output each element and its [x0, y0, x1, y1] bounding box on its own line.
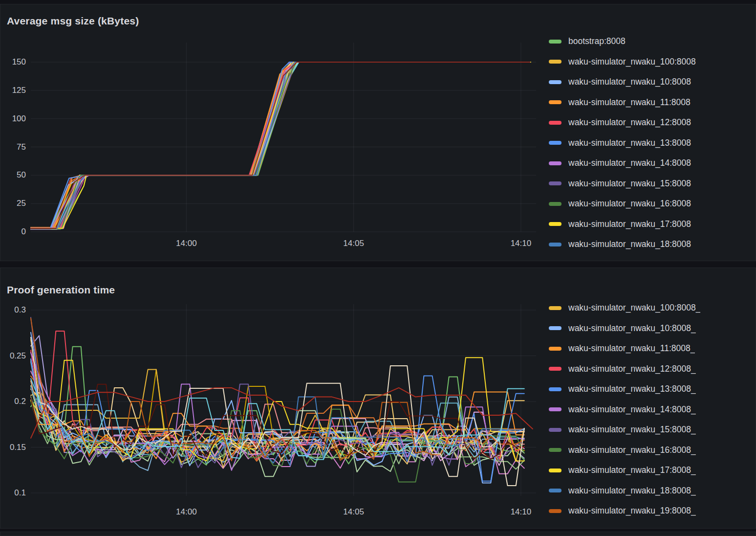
- legend-swatch-icon: [549, 161, 562, 165]
- y-tick-label: 0.1: [0, 488, 26, 498]
- y-tick-label: 100: [0, 114, 26, 124]
- legend-item-label: waku-simulator_nwaku_13:8008_: [568, 384, 696, 394]
- legend-swatch-icon: [549, 243, 562, 246]
- legend-swatch-icon: [549, 80, 562, 84]
- legend-item[interactable]: waku-simulator_nwaku_18:8008_: [549, 481, 754, 501]
- legend-item-label: waku-simulator_nwaku_10:8008: [568, 77, 691, 87]
- legend-item[interactable]: waku-simulator_nwaku_18:8008: [549, 234, 754, 255]
- legend-swatch-icon: [549, 469, 562, 472]
- legend-item[interactable]: waku-simulator_nwaku_10:8008_: [549, 318, 754, 339]
- legend-item[interactable]: waku-simulator_nwaku_11:8008_: [549, 338, 754, 359]
- legend-swatch-icon: [549, 489, 562, 492]
- legend-item-label: waku-simulator_nwaku_12:8008: [568, 117, 691, 128]
- legend-item-label: waku-simulator_nwaku_18:8008_: [568, 486, 696, 496]
- legend-item-label: waku-simulator_nwaku_13:8008: [568, 138, 691, 148]
- y-tick-label: 0.3: [0, 305, 26, 315]
- legend-item-label: waku-simulator_nwaku_16:8008_: [568, 445, 696, 455]
- y-tick-label: 75: [0, 142, 26, 152]
- legend-item-label: waku-simulator_nwaku_100:8008: [568, 57, 696, 67]
- legend-proof-generation-time: waku-simulator_nwaku_100:8008_waku-simul…: [549, 298, 754, 521]
- legend-item[interactable]: waku-simulator_nwaku_12:8008_: [549, 359, 754, 380]
- next-panel-top-edge: [0, 532, 756, 536]
- legend-avg-msg-size: bootstrap:8008waku-simulator_nwaku_100:8…: [549, 31, 754, 255]
- legend-swatch-icon: [549, 202, 562, 206]
- legend-item[interactable]: bootstrap:8008: [549, 31, 754, 52]
- panel-proof-generation-time: Proof generation time waku-simulator_nwa…: [0, 268, 756, 529]
- legend-item[interactable]: waku-simulator_nwaku_100:8008: [549, 52, 754, 72]
- y-tick-label: 0.15: [0, 443, 26, 452]
- legend-swatch-icon: [549, 428, 562, 432]
- y-tick-label: 50: [0, 170, 26, 180]
- legend-item-label: waku-simulator_nwaku_100:8008_: [568, 303, 700, 313]
- legend-item[interactable]: waku-simulator_nwaku_10:8008: [549, 72, 754, 92]
- legend-swatch-icon: [549, 181, 562, 185]
- y-tick-label: 0.2: [0, 397, 26, 406]
- legend-item[interactable]: waku-simulator_nwaku_14:8008: [549, 153, 754, 174]
- y-tick-label: 25: [0, 199, 26, 208]
- legend-swatch-icon: [549, 387, 562, 391]
- legend-item-label: waku-simulator_nwaku_11:8008_: [568, 343, 695, 354]
- legend-item[interactable]: waku-simulator_nwaku_17:8008_: [549, 460, 754, 481]
- legend-item-label: waku-simulator_nwaku_15:8008: [568, 179, 691, 189]
- legend-item[interactable]: waku-simulator_nwaku_11:8008: [549, 92, 754, 113]
- x-tick-label: 14:10: [499, 507, 543, 517]
- x-tick-label: 14:00: [164, 239, 208, 248]
- legend-swatch-icon: [549, 448, 562, 452]
- x-tick-label: 14:05: [332, 507, 376, 517]
- legend-item-label: waku-simulator_nwaku_16:8008: [568, 199, 691, 209]
- panel-avg-msg-size: Average msg size (kBytes) bootstrap:8008…: [0, 4, 756, 261]
- y-tick-label: 0: [0, 227, 26, 237]
- legend-swatch-icon: [549, 407, 562, 411]
- legend-item-label: waku-simulator_nwaku_19:8008_: [568, 506, 696, 516]
- legend-swatch-icon: [549, 121, 562, 125]
- legend-item-label: bootstrap:8008: [568, 36, 626, 46]
- legend-item[interactable]: waku-simulator_nwaku_16:8008_: [549, 440, 754, 461]
- y-tick-label: 0.25: [0, 351, 26, 361]
- legend-item[interactable]: waku-simulator_nwaku_100:8008_: [549, 298, 754, 318]
- legend-swatch-icon: [549, 100, 562, 104]
- legend-item-label: waku-simulator_nwaku_10:8008_: [568, 323, 696, 334]
- legend-swatch-icon: [549, 222, 562, 226]
- legend-swatch-icon: [549, 40, 562, 44]
- legend-item-label: waku-simulator_nwaku_15:8008_: [568, 424, 696, 435]
- legend-item-label: waku-simulator_nwaku_17:8008: [568, 219, 691, 229]
- legend-item-label: waku-simulator_nwaku_14:8008: [568, 158, 691, 168]
- series-line[interactable]: [31, 337, 524, 486]
- legend-item[interactable]: waku-simulator_nwaku_13:8008_: [549, 379, 754, 400]
- legend-item[interactable]: waku-simulator_nwaku_15:8008_: [549, 420, 754, 440]
- legend-item-label: waku-simulator_nwaku_17:8008_: [568, 465, 696, 475]
- legend-item-label: waku-simulator_nwaku_18:8008: [568, 239, 691, 249]
- legend-item[interactable]: waku-simulator_nwaku_19:8008_: [549, 501, 754, 521]
- y-tick-label: 125: [0, 86, 26, 95]
- legend-item[interactable]: waku-simulator_nwaku_13:8008: [549, 133, 754, 154]
- legend-swatch-icon: [549, 60, 562, 64]
- legend-item[interactable]: waku-simulator_nwaku_17:8008: [549, 214, 754, 235]
- legend-swatch-icon: [549, 509, 562, 513]
- legend-swatch-icon: [549, 367, 562, 371]
- legend-item-label: waku-simulator_nwaku_11:8008: [568, 97, 691, 108]
- legend-item[interactable]: waku-simulator_nwaku_12:8008: [549, 112, 754, 133]
- y-tick-label: 150: [0, 57, 26, 67]
- legend-item[interactable]: waku-simulator_nwaku_14:8008_: [549, 400, 754, 420]
- x-tick-label: 14:05: [332, 239, 376, 248]
- x-tick-label: 14:00: [164, 507, 208, 517]
- legend-item-label: waku-simulator_nwaku_12:8008_: [568, 364, 696, 374]
- series-line[interactable]: [31, 62, 527, 228]
- legend-item[interactable]: waku-simulator_nwaku_16:8008: [549, 194, 754, 214]
- legend-item-label: waku-simulator_nwaku_14:8008_: [568, 404, 696, 415]
- x-tick-label: 14:10: [499, 239, 543, 248]
- legend-swatch-icon: [549, 326, 562, 330]
- legend-item[interactable]: waku-simulator_nwaku_15:8008: [549, 174, 754, 194]
- legend-swatch-icon: [549, 347, 562, 351]
- legend-swatch-icon: [549, 306, 562, 310]
- legend-swatch-icon: [549, 141, 562, 145]
